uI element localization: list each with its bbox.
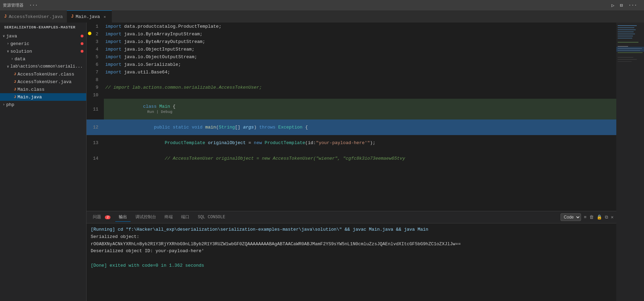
panel-content[interactable]: [Running] cd "f:\Hacker\all_exp\deserial… [87,223,616,301]
line-number: 7 [87,68,104,76]
code-editor[interactable]: 1 import data.productcatalog.ProductTemp… [87,23,616,211]
panel-tab-sql-console[interactable]: SQL CONSOLE [194,213,229,221]
sidebar-item-generic[interactable]: › generic [0,40,86,47]
panel-tab-label: SQL CONSOLE [198,215,225,220]
sidebar-item-java[interactable]: ∨ java [0,32,86,40]
panel-tab-terminal[interactable]: 终端 [161,213,176,222]
line-number: 9 [87,83,104,91]
chevron-down-icon: ∨ [7,49,9,53]
line-content: import java.io.ObjectInputStream; [104,45,616,53]
table-row: 9 // import lab.actions.common.serializa… [87,83,616,91]
panel-output-select[interactable]: Code [561,213,581,221]
running-cmd-text: [Running] cd "f:\Hacker\all_exp\deserial… [91,227,428,232]
panel-lock-icon[interactable]: 🔒 [597,214,602,220]
split-editor-icon[interactable]: ⊟ [618,2,624,9]
panel-copy-icon[interactable]: ⧉ [605,215,608,220]
sidebar-item-label: lab\actions\common\seriali... [10,64,83,69]
table-row: 1 import data.productcatalog.ProductTemp… [87,23,616,30]
main-area: SERIALIZATION-EXAMPLES-MASTER ∨ java › g… [0,23,644,301]
tab-j-icon-active: J [71,14,73,19]
sidebar-item-data[interactable]: › data [0,55,86,63]
line-number: 8 [87,76,104,83]
titlebar: 资源管理器 ··· ▷ ⊟ ··· [0,0,644,10]
file-j-icon: J [14,80,16,84]
tab-label-active: Main.java [75,14,100,19]
sidebar-item-label: data [15,56,25,62]
tab-main-java[interactable]: J Main.java ✕ [67,10,111,23]
line-content: ProductTemplate originalObject = new Pro… [104,135,616,151]
svg-rect-6 [618,36,633,36]
deserialized-label: Deserialized object ID: your-payload-her… [91,248,204,254]
line-number: 4 [87,45,104,53]
table-row: 14 // AccessTokenUser originalObject = n… [87,151,616,166]
sidebar: SERIALIZATION-EXAMPLES-MASTER ∨ java › g… [0,23,87,301]
breakpoint-icon [88,32,91,35]
status-dot-red [81,50,83,53]
line-content: class Main { Run | Debug [104,99,616,119]
sidebar-item-lab-path[interactable]: ∨ lab\actions\common\seriali... [0,63,86,70]
svg-rect-13 [616,47,644,52]
titlebar-menu-label: 资源管理器 [3,2,24,8]
tab-close-button[interactable]: ✕ [102,14,108,19]
list-item: [Running] cd "f:\Hacker\all_exp\deserial… [91,226,612,233]
sidebar-item-php[interactable]: › php [0,101,86,108]
panel-tab-debug-console[interactable]: 调试控制台 [132,213,160,222]
panel-tab-problems[interactable]: 问题 2 [89,213,114,222]
svg-rect-2 [618,27,634,28]
chevron-right-icon: › [7,42,9,46]
line-number: 5 [87,53,104,61]
tab-accesstokenuser[interactable]: J AccessTokenUser.java [0,10,67,23]
run-icon[interactable]: ▷ [610,2,616,9]
svg-rect-7 [618,38,632,38]
panel-tab-ports[interactable]: 端口 [178,213,193,222]
line-content: // import lab.actions.common.serializabl… [104,83,616,91]
line-content: public static void main(String[] args) t… [104,119,616,135]
status-dot-red [81,35,83,37]
panel-tab-label: 终端 [164,215,173,220]
line-number: 10 [87,91,104,99]
sidebar-item-label: solution [10,49,32,54]
panel-filter-icon[interactable]: ≡ [584,215,587,220]
list-item: Serialized object: [91,233,612,241]
chevron-right-icon: › [11,57,13,61]
sidebar-item-main-class[interactable]: J Main.class [0,86,86,93]
panel: 问题 2 输出 调试控制台 终端 端口 SQL CONSOLE [87,211,616,301]
svg-rect-8 [618,42,638,43]
sidebar-item-label: Main.java [18,95,42,100]
sidebar-item-solution[interactable]: ∨ solution [0,47,86,55]
chevron-right-icon: › [3,103,5,107]
list-item: Deserialized object ID: your-payload-her… [91,248,612,255]
panel-clear-icon[interactable]: 🗑 [589,215,594,220]
more-actions-icon[interactable]: ··· [627,2,638,9]
line-number: 11 [87,99,104,119]
svg-rect-4 [618,32,634,32]
table-row: 5 import java.io.ObjectOutputStream; [87,53,616,61]
svg-rect-16 [618,61,632,62]
sidebar-item-accesstokenuser-java[interactable]: J AccessTokenUser.java [0,78,86,86]
sidebar-item-main-java[interactable]: J Main.java [0,93,86,101]
line-content: import data.productcatalog.ProductTempla… [104,23,616,30]
sidebar-item-accesstokenuser-class[interactable]: J AccessTokenUser.class [0,70,86,78]
line-number: 2 [87,30,104,38]
panel-close-icon[interactable]: ✕ [611,214,614,220]
sidebar-item-label: java [6,34,17,39]
table-row: 8 [87,76,616,83]
minimap-svg [616,23,644,182]
table-row: 6 import java.io.Serializable; [87,61,616,68]
done-cmd-text: [Done] exited with code=0 in 1.362 secon… [91,263,204,268]
panel-tab-output[interactable]: 输出 [115,213,131,222]
line-content: import java.util.Base64; [104,68,616,76]
panel-actions: Code ≡ 🗑 🔒 ⧉ ✕ [561,213,614,221]
titlebar-dots[interactable]: ··· [29,2,38,8]
table-row: 10 [87,91,616,99]
svg-rect-1 [618,25,637,26]
sidebar-root-label: SERIALIZATION-EXAMPLES-MASTER [0,23,86,32]
panel-tab-label: 端口 [181,215,189,220]
chevron-down-icon: ∨ [7,64,9,69]
table-row: 2 import java.io.ByteArrayInputStream; [87,30,616,38]
line-content [104,76,616,83]
sidebar-item-label: AccessTokenUser.class [18,72,74,77]
table-row: 12 public static void main(String[] args… [87,119,616,135]
svg-rect-15 [618,59,637,60]
tab-label: AccessTokenUser.java [9,14,63,19]
